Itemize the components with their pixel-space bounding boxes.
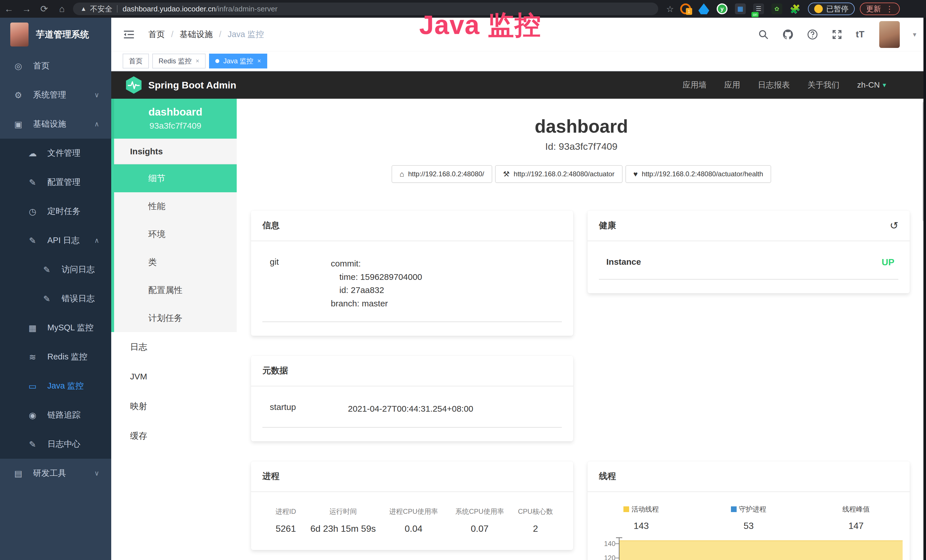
process-card-header: 进程: [251, 461, 573, 492]
edit-icon: ✎: [26, 177, 39, 188]
browser-back-button[interactable]: ←: [0, 4, 18, 14]
health-url-button[interactable]: ♥ http://192.168.0.2:48080/actuator/heal…: [625, 165, 771, 183]
browser-menu-icon[interactable]: ⋮: [885, 4, 893, 14]
sidebar-item-dev-tools[interactable]: ▤ 研发工具 ∨: [0, 459, 111, 488]
ext-puzzle-icon[interactable]: 🧩: [790, 3, 800, 14]
legend-daemon: 守护进程 53: [695, 505, 802, 531]
col-value: 0.07: [448, 524, 512, 534]
update-button[interactable]: 更新 ⋮: [860, 3, 900, 15]
sba-item-mappings[interactable]: 映射: [111, 391, 237, 421]
service-url-button[interactable]: ⌂ http://192.168.0.2:48080/: [392, 165, 492, 183]
sba-insights-group: Insights 细节 性能 环境 类 配置属性 计划任务: [111, 139, 237, 332]
sba-nav-applications[interactable]: 应用: [724, 80, 740, 91]
legend-peak: 线程峰值 147: [802, 505, 910, 531]
sba-app-header[interactable]: dashboard 93a3fc7f7409: [111, 99, 237, 139]
browser-home-button[interactable]: ⌂: [53, 4, 71, 14]
ext-green-y-icon[interactable]: y: [717, 3, 728, 14]
page-title: dashboard: [237, 116, 926, 137]
search-icon[interactable]: [758, 29, 769, 40]
ext-orange-icon[interactable]: 1: [680, 3, 691, 14]
sba-item-logs[interactable]: 日志: [111, 332, 237, 362]
bookmark-star-icon[interactable]: ☆: [666, 4, 674, 14]
breadcrumb-separator: /: [219, 30, 221, 39]
log-icon: ✎: [26, 236, 39, 246]
ext-list-glyph: ☰: [756, 5, 761, 12]
sba-item-caches[interactable]: 缓存: [111, 421, 237, 451]
breadcrumb-home[interactable]: 首页: [148, 29, 165, 40]
sba-item-details[interactable]: 细节: [114, 164, 237, 192]
close-icon[interactable]: ×: [257, 58, 261, 65]
paused-pill[interactable]: 已暂停: [808, 3, 855, 15]
metadata-startup-row: startup 2021-04-27T00:44:31.254+08:00: [262, 402, 562, 428]
fullscreen-icon[interactable]: [831, 29, 843, 40]
sba-language-select[interactable]: zh-CN ▾: [857, 80, 886, 89]
font-size-icon[interactable]: tT: [856, 29, 864, 40]
threads-card-title: 线程: [599, 471, 616, 482]
ext-grid-icon[interactable]: ▦: [735, 3, 746, 14]
sba-brand[interactable]: Spring Boot Admin: [126, 76, 236, 94]
ext-leaf-icon[interactable]: ✿: [772, 3, 782, 14]
help-icon[interactable]: [807, 29, 818, 40]
sidebar-item-infrastructure[interactable]: ▣ 基础设施 ∧: [0, 109, 111, 139]
browser-forward-button[interactable]: →: [18, 4, 35, 14]
tab-java-monitor[interactable]: Java 监控 ×: [209, 54, 267, 68]
sidebar-item-log-center[interactable]: ✎ 日志中心: [0, 430, 111, 459]
threads-chart: 140 120 100: [599, 536, 903, 560]
sidebar-item-mysql-monitor[interactable]: ▦ MySQL 监控: [0, 313, 111, 342]
sba-nav-about[interactable]: 关于我们: [808, 80, 840, 91]
col-header: 系统CPU使用率: [448, 507, 512, 516]
address-bar[interactable]: ▲ 不安全 dashboard.yudao.iocoder.cn /infra/…: [73, 3, 658, 15]
actuator-url-button[interactable]: ⚒ http://192.168.0.2:48080/actuator: [495, 165, 623, 183]
sidebar-item-label: 配置管理: [47, 177, 80, 188]
address-divider: [117, 5, 118, 12]
spring-boot-admin: Spring Boot Admin 应用墙 应用 日志报表 关于我们 zh-CN…: [111, 71, 926, 560]
sidebar-item-java-monitor[interactable]: ▭ Java 监控: [0, 371, 111, 401]
metadata-card-header: 元数据: [251, 356, 573, 387]
sidebar-item-api-logs[interactable]: ✎ API 日志 ∧: [0, 226, 111, 255]
sba-item-jvm[interactable]: JVM: [111, 362, 237, 391]
sidebar-item-access-logs[interactable]: ✎ 访问日志: [0, 255, 111, 284]
sba-nav-journal[interactable]: 日志报表: [758, 80, 790, 91]
sba-item-metrics[interactable]: 性能: [114, 192, 237, 220]
timer-icon: ◷: [26, 207, 39, 216]
layers-icon: ≋: [26, 352, 39, 362]
ext-pin-icon[interactable]: [698, 3, 709, 14]
breadcrumb-infrastructure[interactable]: 基础设施: [180, 29, 213, 40]
tab-home[interactable]: 首页: [123, 54, 149, 68]
chevron-down-icon: ∨: [94, 469, 99, 477]
browser-reload-button[interactable]: ⟳: [35, 3, 53, 14]
ext-leaf-glyph: ✿: [775, 5, 779, 12]
sba-item-environment[interactable]: 环境: [114, 220, 237, 248]
sba-app-id: 93a3fc7f7409: [117, 121, 234, 131]
sidebar-item-redis-monitor[interactable]: ≋ Redis 监控: [0, 342, 111, 371]
ext-on-badge: on: [752, 12, 759, 17]
sidebar-item-system-management[interactable]: ⚙ 系统管理 ∨: [0, 80, 111, 109]
sidebar-item-file-management[interactable]: ☁ 文件管理: [0, 139, 111, 168]
window-edge-scrollbar[interactable]: [923, 18, 926, 560]
sidebar-item-config-management[interactable]: ✎ 配置管理: [0, 168, 111, 197]
ext-list-icon[interactable]: ☰on: [753, 3, 764, 14]
history-icon[interactable]: ↺: [890, 221, 898, 231]
sba-item-classes[interactable]: 类: [114, 248, 237, 276]
sba-nav-wallboard[interactable]: 应用墙: [683, 80, 707, 91]
avatar-caret-icon[interactable]: ▾: [913, 30, 916, 38]
sidebar-item-home[interactable]: ◎ 首页: [0, 51, 111, 80]
sba-item-config-props[interactable]: 配置属性: [114, 276, 237, 304]
heartbeat-icon: ♥: [633, 170, 638, 179]
legend-value: 53: [695, 521, 802, 531]
emoji-face-icon: [814, 5, 823, 13]
dashboard-icon: ◎: [12, 61, 24, 71]
info-git-row: git commit: time: 1596289704000 id: 27aa…: [262, 257, 562, 322]
tab-redis-monitor[interactable]: Redis 监控 ×: [152, 54, 206, 68]
sidebar-item-scheduled-jobs[interactable]: ◷ 定时任务: [0, 197, 111, 226]
sidebar-item-error-logs[interactable]: ✎ 错误日志: [0, 284, 111, 313]
collapse-sidebar-icon[interactable]: [123, 29, 135, 40]
col-header: 进程CPU使用率: [380, 507, 448, 516]
github-icon[interactable]: [782, 29, 794, 40]
close-icon[interactable]: ×: [196, 58, 199, 65]
user-avatar[interactable]: [879, 21, 900, 48]
y-tick-120: 120: [601, 554, 616, 560]
sba-item-scheduled-tasks[interactable]: 计划任务: [114, 304, 237, 332]
sidebar-item-trace[interactable]: ◉ 链路追踪: [0, 401, 111, 430]
ext-y-glyph: y: [720, 6, 723, 12]
